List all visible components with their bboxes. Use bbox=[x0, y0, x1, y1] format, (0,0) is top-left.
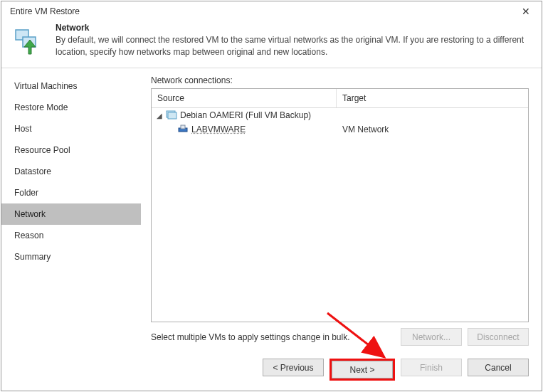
header: Network By default, we will connect the … bbox=[1, 20, 542, 68]
main-panel: Network connections: Source Target ◢ bbox=[141, 68, 542, 351]
grid-header: Source Target bbox=[152, 89, 528, 108]
previous-button[interactable]: < Previous bbox=[263, 359, 324, 376]
cell-source: ◢ Debian OAMERI (Full VM Backup) bbox=[152, 109, 337, 122]
sidebar-item-resource-pool[interactable]: Resource Pool bbox=[1, 139, 141, 161]
wizard-footer: < Previous Next > Finish Cancel bbox=[1, 351, 542, 391]
titlebar: Entire VM Restore ✕ bbox=[1, 1, 542, 20]
grid-body: ◢ Debian OAMERI (Full VM Backup) bbox=[152, 108, 528, 322]
table-row[interactable]: LABVMWARE VM Network bbox=[152, 122, 528, 137]
network-connections-grid: Source Target ◢ D bbox=[151, 88, 529, 322]
column-header-target[interactable]: Target bbox=[337, 89, 528, 107]
collapse-arrow-icon[interactable]: ◢ bbox=[156, 112, 163, 120]
cell-source: LABVMWARE bbox=[152, 123, 337, 137]
next-button-highlight: Next > bbox=[330, 359, 395, 381]
sidebar-item-host[interactable]: Host bbox=[1, 118, 141, 139]
sidebar-item-datastore[interactable]: Datastore bbox=[1, 161, 141, 182]
network-adapter-icon bbox=[177, 124, 189, 136]
dialog-window: Entire VM Restore ✕ Network By default, … bbox=[1, 1, 542, 391]
section-label: Network connections: bbox=[151, 75, 529, 85]
cell-target bbox=[337, 115, 528, 116]
cell-target: VM Network bbox=[337, 124, 528, 135]
network-restore-icon bbox=[14, 26, 46, 59]
wizard-sidebar: Virtual Machines Restore Mode Host Resou… bbox=[1, 68, 141, 351]
sidebar-item-reason[interactable]: Reason bbox=[1, 225, 141, 246]
bulk-hint: Select multiple VMs to apply settings ch… bbox=[151, 332, 395, 342]
vm-icon bbox=[166, 110, 177, 122]
body: Virtual Machines Restore Mode Host Resou… bbox=[1, 68, 542, 351]
sidebar-item-folder[interactable]: Folder bbox=[1, 182, 141, 203]
close-icon[interactable]: ✕ bbox=[517, 6, 534, 17]
svg-rect-3 bbox=[168, 112, 176, 119]
table-row[interactable]: ◢ Debian OAMERI (Full VM Backup) bbox=[152, 108, 528, 122]
grid-actions: Select multiple VMs to apply settings ch… bbox=[151, 322, 529, 349]
finish-button[interactable]: Finish bbox=[401, 359, 462, 376]
next-button[interactable]: Next > bbox=[332, 361, 393, 378]
row-source-label: Debian OAMERI (Full VM Backup) bbox=[180, 110, 311, 120]
sidebar-item-restore-mode[interactable]: Restore Mode bbox=[1, 97, 141, 118]
page-title: Network bbox=[56, 23, 529, 33]
svg-rect-5 bbox=[181, 125, 185, 129]
network-button[interactable]: Network... bbox=[401, 328, 462, 346]
header-text: Network By default, we will connect the … bbox=[56, 23, 529, 58]
disconnect-button[interactable]: Disconnect bbox=[468, 328, 529, 346]
cancel-button[interactable]: Cancel bbox=[468, 359, 529, 376]
column-header-source[interactable]: Source bbox=[152, 89, 337, 107]
sidebar-item-network[interactable]: Network bbox=[1, 203, 141, 225]
sidebar-item-virtual-machines[interactable]: Virtual Machines bbox=[1, 75, 141, 97]
page-description: By default, we will connect the restored… bbox=[56, 34, 529, 58]
sidebar-item-summary[interactable]: Summary bbox=[1, 246, 141, 267]
window-title: Entire VM Restore bbox=[10, 6, 80, 16]
row-source-label: LABVMWARE bbox=[191, 125, 246, 134]
